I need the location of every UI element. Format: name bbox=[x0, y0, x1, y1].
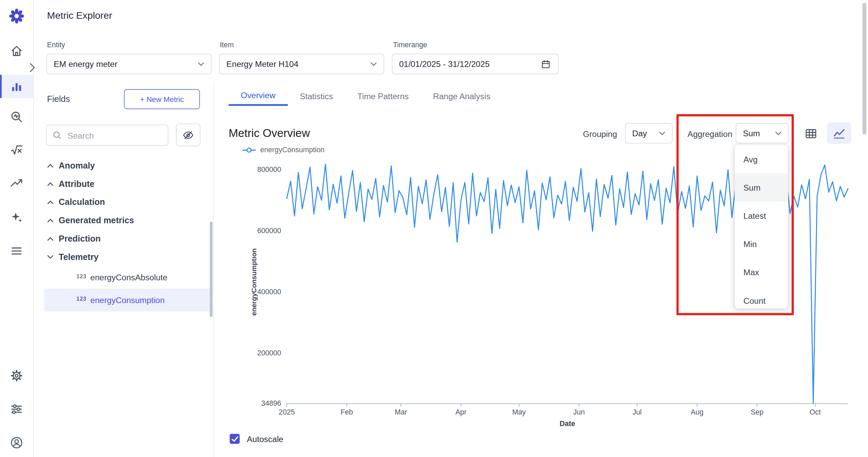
y-tick-label: 600000 bbox=[257, 227, 281, 234]
fields-title: Fields bbox=[47, 94, 70, 104]
aggregation-label: Aggregation bbox=[687, 129, 732, 139]
tree-item-energyconsabsolute[interactable]: 123 energyConsAbsolute bbox=[44, 266, 211, 289]
y-tick-label: 200000 bbox=[257, 349, 281, 357]
metric-explorer-icon[interactable] bbox=[10, 79, 24, 93]
chevron-down-icon bbox=[47, 254, 54, 259]
tree-section-label: Generated metrics bbox=[59, 215, 134, 225]
series-legend[interactable]: energyConsumption bbox=[242, 146, 325, 154]
tree-item-label: energyConsAbsolute bbox=[90, 273, 167, 282]
autoscale-label: Autoscale bbox=[247, 434, 283, 444]
panel-scrollbar[interactable] bbox=[210, 222, 213, 317]
new-metric-button[interactable]: + New Metric bbox=[124, 89, 200, 109]
chart-view-button[interactable] bbox=[827, 122, 851, 144]
tab-range-analysis[interactable]: Range Analysis bbox=[421, 86, 502, 106]
x-tick-label: Feb bbox=[340, 408, 353, 416]
sliders-icon[interactable] bbox=[10, 402, 24, 416]
user-account-icon[interactable] bbox=[10, 436, 24, 450]
menu-option-min[interactable]: Min bbox=[735, 230, 788, 258]
menu-icon[interactable] bbox=[10, 244, 24, 258]
view-tabs: Overview Statistics Time Patterns Range … bbox=[228, 86, 502, 106]
dropdown-scrollbar[interactable] bbox=[863, 3, 866, 135]
settings-gear-icon[interactable] bbox=[10, 368, 24, 383]
y-tick-label: 400000 bbox=[257, 288, 281, 296]
y-axis-title: energyConsumption bbox=[252, 248, 258, 316]
entity-label: Entity bbox=[47, 40, 65, 49]
search-analytics-icon[interactable] bbox=[10, 110, 24, 124]
x-tick-label: May bbox=[512, 408, 526, 416]
tree-section-telemetry[interactable]: Telemetry bbox=[44, 248, 211, 266]
tab-time-patterns[interactable]: Time Patterns bbox=[345, 86, 421, 106]
chevron-down-icon bbox=[370, 62, 377, 66]
tree-section-label: Telemetry bbox=[59, 252, 99, 262]
timerange-input[interactable]: 01/01/2025 - 31/12/2025 bbox=[392, 54, 559, 74]
x-tick-label: Mar bbox=[395, 408, 407, 416]
calendar-icon bbox=[540, 58, 552, 70]
tree-section-calculation[interactable]: Calculation bbox=[44, 193, 211, 211]
autoscale-checkbox[interactable] bbox=[230, 434, 240, 444]
y-tick-label: 34896 bbox=[261, 399, 281, 407]
panel-divider bbox=[213, 82, 214, 457]
menu-option-sum[interactable]: Sum bbox=[735, 173, 788, 201]
tree-section-label: Anomaly bbox=[59, 160, 95, 170]
hide-fields-button[interactable] bbox=[176, 124, 201, 146]
x-axis-title: Date bbox=[559, 420, 575, 427]
chevron-down-icon bbox=[775, 131, 782, 136]
tree-item-energyconsumption[interactable]: 123 energyConsumption bbox=[44, 289, 211, 312]
timerange-value: 01/01/2025 - 31/12/2025 bbox=[399, 59, 490, 69]
legend-line-marker-icon bbox=[242, 146, 256, 153]
grouping-label: Grouping bbox=[583, 129, 617, 139]
autoscale-control[interactable]: Autoscale bbox=[230, 434, 283, 444]
fields-tree: Anomaly Attribute Calculation Generated … bbox=[44, 156, 211, 312]
menu-option-count[interactable]: Count bbox=[735, 286, 788, 309]
chevron-down-icon bbox=[659, 131, 666, 136]
tree-section-generated-metrics[interactable]: Generated metrics bbox=[44, 211, 211, 229]
tab-statistics[interactable]: Statistics bbox=[288, 86, 345, 106]
aggregation-dropdown-menu: Avg Sum Latest Min Max Count bbox=[735, 145, 788, 309]
aggregation-value: Sum bbox=[743, 128, 760, 138]
aggregation-select[interactable]: Sum bbox=[736, 123, 789, 143]
trend-icon[interactable] bbox=[10, 176, 24, 191]
sparkles-ai-icon[interactable] bbox=[10, 211, 24, 225]
menu-option-latest[interactable]: Latest bbox=[735, 202, 788, 230]
tree-section-label: Attribute bbox=[59, 179, 94, 189]
timerange-label: Timerange bbox=[393, 40, 427, 49]
numeric-field-icon: 123 bbox=[76, 296, 87, 302]
numeric-field-icon: 123 bbox=[76, 273, 87, 279]
line-chart-icon bbox=[832, 126, 846, 140]
entity-select[interactable]: EM energy meter bbox=[47, 54, 211, 74]
search-input[interactable] bbox=[67, 130, 162, 140]
search-icon bbox=[53, 131, 61, 140]
tree-item-label: energyConsumption bbox=[90, 295, 165, 305]
tree-section-prediction[interactable]: Prediction bbox=[44, 229, 211, 248]
menu-option-avg[interactable]: Avg bbox=[735, 145, 788, 173]
legend-label: energyConsumption bbox=[260, 146, 325, 154]
tree-section-label: Prediction bbox=[59, 233, 101, 243]
table-view-button[interactable] bbox=[804, 126, 818, 141]
chart-section-title: Metric Overview bbox=[228, 126, 310, 140]
expand-panel-chevron-icon[interactable] bbox=[27, 62, 37, 73]
item-select[interactable]: Energy Meter H104 bbox=[219, 54, 384, 74]
eye-off-icon bbox=[182, 129, 195, 141]
x-tick-label: Apr bbox=[455, 408, 466, 416]
x-tick-label: Sep bbox=[751, 408, 763, 416]
x-tick-label: Aug bbox=[691, 408, 704, 416]
home-icon[interactable] bbox=[10, 44, 24, 58]
grouping-select[interactable]: Day bbox=[625, 123, 672, 143]
menu-option-max[interactable]: Max bbox=[735, 258, 788, 286]
tree-section-attribute[interactable]: Attribute bbox=[44, 175, 211, 193]
chevron-up-icon bbox=[47, 236, 54, 241]
tab-overview[interactable]: Overview bbox=[228, 86, 288, 106]
formula-sqrt-icon[interactable] bbox=[10, 143, 24, 157]
entity-value: EM energy meter bbox=[54, 59, 117, 69]
app-logo-icon[interactable] bbox=[8, 8, 25, 24]
page-title: Metric Explorer bbox=[47, 10, 112, 21]
table-icon bbox=[804, 126, 818, 141]
search-box[interactable] bbox=[46, 125, 168, 146]
chevron-up-icon bbox=[47, 218, 54, 223]
x-tick-label: Oct bbox=[810, 408, 821, 416]
item-value: Energy Meter H104 bbox=[226, 59, 298, 69]
x-tick-label: 2025 bbox=[279, 408, 295, 416]
item-label: Item bbox=[220, 40, 234, 49]
chevron-down-icon bbox=[198, 62, 204, 66]
tree-section-anomaly[interactable]: Anomaly bbox=[44, 156, 211, 175]
